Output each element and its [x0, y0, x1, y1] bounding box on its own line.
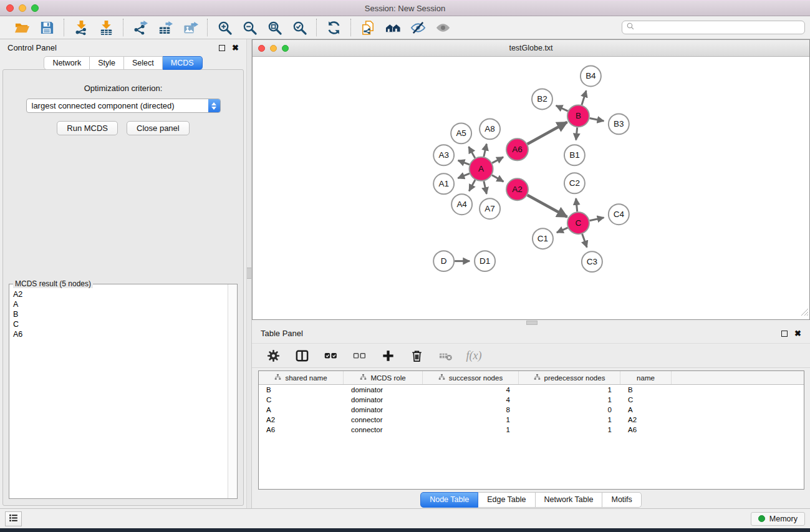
network-canvas[interactable]: AA6A2BCA1A3A5A8A4A7B2B4B3B1C2C4C1C3DD1: [253, 57, 809, 319]
run-mcds-button[interactable]: Run MCDS: [57, 121, 118, 135]
graph-edge-A-A3[interactable]: [458, 160, 470, 165]
graph-node-C3[interactable]: C3: [582, 251, 602, 272]
close-panel-button[interactable]: Close panel: [127, 121, 190, 135]
gear-button[interactable]: [263, 346, 283, 365]
table-row[interactable]: Cdominator41C: [259, 395, 804, 405]
graph-edge-B-B3[interactable]: [590, 118, 604, 122]
table-row[interactable]: A6connector11A6: [259, 425, 804, 435]
graph-node-D[interactable]: D: [433, 251, 454, 271]
import-table-button[interactable]: [95, 17, 117, 37]
graph-edge-A-A7[interactable]: [484, 181, 486, 194]
divider-knob[interactable]: [247, 268, 251, 279]
export-table-button[interactable]: [154, 17, 176, 37]
graph-edge-C-C4[interactable]: [589, 218, 604, 221]
select-checks-button[interactable]: [321, 346, 340, 365]
search-input[interactable]: [637, 22, 801, 32]
tab-mcds[interactable]: MCDS: [163, 56, 203, 70]
column-header-shared-name[interactable]: shared name: [259, 371, 344, 384]
graph-node-B2[interactable]: B2: [532, 89, 552, 109]
close-panel-icon[interactable]: ✖: [794, 329, 801, 337]
tab-edge-table[interactable]: Edge Table: [478, 492, 535, 508]
close-panel-icon[interactable]: ✖: [232, 44, 239, 52]
graph-edge-A6-B[interactable]: [528, 122, 567, 144]
graph-node-A7[interactable]: A7: [480, 198, 500, 219]
graph-edge-A-A6[interactable]: [492, 157, 503, 163]
graph-node-B4[interactable]: B4: [581, 65, 601, 86]
trash-button[interactable]: [407, 346, 427, 365]
graph-node-B[interactable]: B: [567, 105, 589, 127]
zoom-fit-button[interactable]: [263, 17, 286, 37]
result-item[interactable]: A2: [13, 289, 228, 299]
columns-button[interactable]: [292, 346, 312, 365]
graph-edge-C-C2[interactable]: [576, 198, 577, 211]
import-network-button[interactable]: [70, 17, 92, 37]
graph-edge-B-B1[interactable]: [576, 127, 577, 140]
houses-button[interactable]: [382, 17, 404, 37]
zoom-in-button[interactable]: [213, 17, 236, 37]
graph-edge-A-A1[interactable]: [458, 173, 470, 178]
result-item[interactable]: B: [13, 309, 228, 319]
tab-style[interactable]: Style: [90, 56, 124, 70]
memory-button[interactable]: Memory: [751, 512, 805, 526]
network-close-button[interactable]: [258, 45, 265, 52]
close-window-button[interactable]: [6, 4, 14, 12]
result-item[interactable]: C: [13, 319, 228, 329]
graph-node-B3[interactable]: B3: [609, 114, 629, 134]
network-document-button[interactable]: [357, 17, 379, 37]
graph-edge-A-A4[interactable]: [469, 180, 475, 191]
search-box[interactable]: [622, 21, 805, 34]
mcds-result-list[interactable]: A2ABCA6: [9, 284, 228, 498]
network-graph[interactable]: AA6A2BCA1A3A5A8A4A7B2B4B3B1C2C4C1C3DD1: [253, 57, 809, 319]
table-row[interactable]: Adominator80A: [259, 405, 804, 415]
tab-network-table[interactable]: Network Table: [536, 492, 603, 508]
column-header-mcds-role[interactable]: MCDS role: [344, 371, 423, 384]
table-row[interactable]: A2connector11A2: [259, 415, 804, 425]
deselect-checks-button[interactable]: [349, 346, 369, 365]
graph-node-A[interactable]: A: [470, 157, 493, 181]
resize-grip-icon[interactable]: [800, 307, 809, 319]
divider-knob[interactable]: [526, 321, 538, 325]
graph-edge-C-C1[interactable]: [557, 228, 568, 233]
graph-node-A4[interactable]: A4: [451, 194, 472, 215]
graph-node-C2[interactable]: C2: [564, 173, 585, 193]
graph-edge-A-A8[interactable]: [484, 144, 486, 157]
tab-select[interactable]: Select: [124, 56, 163, 70]
task-history-button[interactable]: [5, 511, 22, 526]
graph-edge-B-B2[interactable]: [556, 105, 568, 111]
graph-node-C[interactable]: C: [567, 212, 589, 234]
graph-edge-B-B4[interactable]: [582, 90, 586, 105]
graph-edge-A-A5[interactable]: [469, 147, 475, 158]
float-panel-icon[interactable]: [781, 331, 788, 337]
graph-node-A6[interactable]: A6: [506, 138, 528, 160]
graph-edge-A-A2[interactable]: [492, 175, 503, 181]
graph-node-A2[interactable]: A2: [506, 178, 528, 200]
export-network-button[interactable]: [129, 17, 152, 37]
zoom-window-button[interactable]: [31, 4, 39, 12]
zoom-out-button[interactable]: [238, 17, 261, 37]
column-header-successor-nodes[interactable]: successor nodes: [423, 371, 519, 384]
column-header-name[interactable]: name: [620, 371, 672, 384]
network-minimize-button[interactable]: [270, 45, 277, 52]
graph-node-C1[interactable]: C1: [533, 228, 553, 249]
column-header-predecessor-nodes[interactable]: predecessor nodes: [519, 371, 620, 384]
minimize-window-button[interactable]: [19, 4, 26, 12]
graph-node-B1[interactable]: B1: [564, 145, 585, 165]
graph-node-C4[interactable]: C4: [609, 204, 629, 225]
tab-motifs[interactable]: Motifs: [602, 492, 641, 508]
graph-edge-A2-C[interactable]: [528, 195, 567, 217]
result-item[interactable]: A6: [13, 329, 228, 339]
graph-node-A1[interactable]: A1: [433, 173, 454, 194]
save-button[interactable]: [36, 17, 58, 37]
export-image-button[interactable]: [179, 17, 201, 37]
graph-edge-C-C3[interactable]: [582, 234, 587, 247]
vertical-split-divider[interactable]: [246, 39, 252, 508]
zoom-selected-button[interactable]: [288, 17, 311, 37]
graph-node-A3[interactable]: A3: [433, 145, 454, 165]
open-folder-button[interactable]: [11, 17, 33, 37]
graph-node-A5[interactable]: A5: [451, 123, 471, 143]
show-graphics-button[interactable]: [432, 17, 454, 37]
hide-graphics-button[interactable]: [407, 17, 429, 37]
graph-node-D1[interactable]: D1: [475, 251, 495, 271]
horizontal-split-divider[interactable]: [252, 320, 810, 325]
add-plus-button[interactable]: [378, 346, 398, 365]
